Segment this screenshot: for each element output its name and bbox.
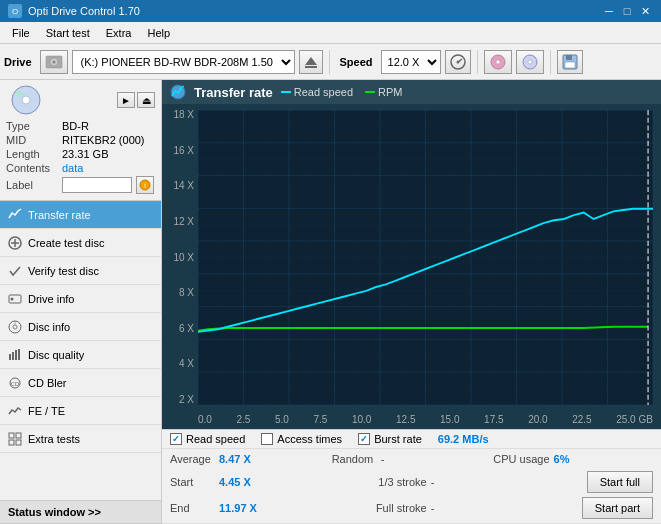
x-axis: 0.0 2.5 5.0 7.5 10.0 12.5 15.0 17.5 20.0… <box>198 414 653 425</box>
right-panel: Transfer rate Read speed RPM 18 X 16 X 1… <box>162 80 661 524</box>
cb-read-speed[interactable]: Read speed <box>170 433 245 445</box>
menu-start-test[interactable]: Start test <box>38 25 98 41</box>
nav-transfer-rate[interactable]: Transfer rate <box>0 201 161 229</box>
save-button[interactable] <box>557 50 583 74</box>
speed-icon-button[interactable] <box>445 50 471 74</box>
cb-read-speed-box[interactable] <box>170 433 182 445</box>
drive-icon-button[interactable] <box>40 50 68 74</box>
menu-extra[interactable]: Extra <box>98 25 140 41</box>
menu-help[interactable]: Help <box>139 25 178 41</box>
svg-point-9 <box>496 60 500 64</box>
nav-disc-info[interactable]: i Disc info <box>0 313 161 341</box>
x-label-0: 0.0 <box>198 414 212 425</box>
svg-point-24 <box>11 297 14 300</box>
drive-label: Drive <box>4 56 32 68</box>
svg-rect-29 <box>12 352 14 360</box>
nav-extra-tests[interactable]: Extra tests <box>0 425 161 453</box>
disc-action-eject[interactable]: ⏏ <box>137 92 155 108</box>
disc-section: ► ⏏ Type BD-R MID RITEKBR2 (000) Length … <box>0 80 161 201</box>
x-label-12.5: 12.5 <box>396 414 415 425</box>
disc-info-icon: i <box>8 320 22 334</box>
type-label: Type <box>6 120 58 132</box>
contents-value[interactable]: data <box>62 162 83 174</box>
start-full-button[interactable]: Start full <box>587 471 653 493</box>
close-button[interactable]: ✕ <box>637 3 653 19</box>
cb-burst-rate-box[interactable] <box>358 433 370 445</box>
title-bar-controls: ─ □ ✕ <box>601 3 653 19</box>
nav-drive-info[interactable]: Drive info <box>0 285 161 313</box>
chart-legend: Read speed RPM <box>281 86 403 98</box>
label-icon: i <box>139 179 151 191</box>
mid-value: RITEKBR2 (000) <box>62 134 145 146</box>
label-icon-button[interactable]: i <box>136 176 154 194</box>
stat-cpu-value: 6% <box>554 453 570 465</box>
y-axis: 18 X 16 X 14 X 12 X 10 X 8 X 6 X 4 X 2 X <box>162 110 198 405</box>
disc-button1[interactable] <box>484 50 512 74</box>
stat-cpu-label: CPU usage <box>493 453 549 465</box>
nav-create-test-disc[interactable]: Create test disc <box>0 229 161 257</box>
length-value: 23.31 GB <box>62 148 108 160</box>
left-panel: ► ⏏ Type BD-R MID RITEKBR2 (000) Length … <box>0 80 162 524</box>
x-label-22.5: 22.5 <box>572 414 591 425</box>
nav-cd-bler[interactable]: CD CD Bler <box>0 369 161 397</box>
y-label-4: 4 X <box>179 359 194 369</box>
status-window-button[interactable]: Status window >> <box>0 500 161 524</box>
disc-button2[interactable] <box>516 50 544 74</box>
verify-disc-icon <box>8 264 22 278</box>
stat-average: Average 8.47 X <box>170 451 330 467</box>
maximize-button[interactable]: □ <box>619 3 635 19</box>
stat-start-value: 4.45 X <box>219 476 251 488</box>
y-label-8: 8 X <box>179 288 194 298</box>
drive-select[interactable]: (K:) PIONEER BD-RW BDR-208M 1.50 <box>72 50 295 74</box>
app-title: Opti Drive Control 1.70 <box>28 5 140 17</box>
disc-action-arrow[interactable]: ► <box>117 92 135 108</box>
nav-disc-quality[interactable]: Disc quality <box>0 341 161 369</box>
mid-label: MID <box>6 134 58 146</box>
stats-row1: Average 8.47 X Random - CPU usage 6% <box>162 449 661 469</box>
disc-mid-row: MID RITEKBR2 (000) <box>6 134 155 146</box>
disc-header: ► ⏏ <box>6 84 155 116</box>
extra-tests-icon <box>8 432 22 446</box>
disc-length-row: Length 23.31 GB <box>6 148 155 160</box>
stat-end-value: 11.97 X <box>219 502 257 514</box>
eject-button[interactable] <box>299 50 323 74</box>
minimize-button[interactable]: ─ <box>601 3 617 19</box>
svg-rect-28 <box>9 354 11 360</box>
save-icon <box>562 54 578 70</box>
disc-icon2 <box>521 53 539 71</box>
cb-burst-rate[interactable]: Burst rate <box>358 433 422 445</box>
stat-start: Start 4.45 X <box>170 474 378 490</box>
app-icon: O <box>8 4 22 18</box>
chart-header: Transfer rate Read speed RPM <box>162 80 661 104</box>
eject-icon <box>304 55 318 69</box>
chart-title: Transfer rate <box>194 85 273 100</box>
y-label-18: 18 X <box>173 110 194 120</box>
cb-access-times[interactable]: Access times <box>261 433 342 445</box>
start-part-button[interactable]: Start part <box>582 497 653 519</box>
legend-read-label: Read speed <box>294 86 353 98</box>
x-label-7.5: 7.5 <box>313 414 327 425</box>
x-label-15: 15.0 <box>440 414 459 425</box>
chart-bottom: Read speed Access times Burst rate 69.2 … <box>162 429 661 524</box>
nav-fe-te[interactable]: FE / TE <box>0 397 161 425</box>
burst-rate-value: 69.2 MB/s <box>438 433 489 445</box>
checkbox-row: Read speed Access times Burst rate 69.2 … <box>162 430 661 449</box>
cb-access-times-box[interactable] <box>261 433 273 445</box>
svg-point-16 <box>22 96 30 104</box>
stat-random-value: - <box>381 453 385 465</box>
toolbar: Drive (K:) PIONEER BD-RW BDR-208M 1.50 S… <box>0 44 661 80</box>
speed-select[interactable]: 12.0 X <box>381 50 441 74</box>
x-label-20: 20.0 <box>528 414 547 425</box>
svg-rect-14 <box>565 62 575 68</box>
stat-1-3-stroke: 1/3 stroke - <box>378 474 586 490</box>
chart-svg-container <box>198 110 653 405</box>
label-input[interactable] <box>62 177 132 193</box>
svg-text:CD: CD <box>11 381 20 387</box>
nav-verify-test-disc[interactable]: Verify test disc <box>0 257 161 285</box>
title-bar-left: O Opti Drive Control 1.70 <box>8 4 140 18</box>
main-content: ► ⏏ Type BD-R MID RITEKBR2 (000) Length … <box>0 80 661 524</box>
svg-point-2 <box>52 60 55 63</box>
menu-file[interactable]: File <box>4 25 38 41</box>
separator3 <box>550 50 551 74</box>
svg-point-7 <box>456 60 459 63</box>
